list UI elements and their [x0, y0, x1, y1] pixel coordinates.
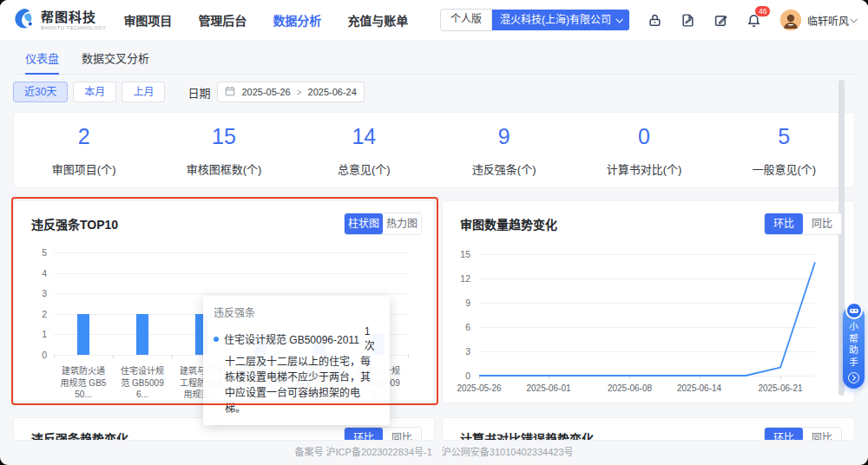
nav-item-review-projects[interactable]: 审图项目 — [123, 11, 172, 29]
tooltip-item-desc: 十二层及十二层以上的住宅，每栋楼设置电梯不应少于两台，其中应设置一台可容纳担架的… — [225, 354, 378, 416]
robot-icon — [845, 302, 863, 319]
logo-name: 帮图科技 — [41, 10, 106, 23]
toggle-mom[interactable]: 环比 — [765, 428, 803, 441]
main-nav: 审图项目 管理后台 数据分析 充值与账单 — [123, 11, 408, 29]
bar-chart-title: 违反强条TOP10 — [31, 215, 118, 232]
x-axis-label: 住宅设计规范 GB50096... — [117, 365, 168, 401]
filter-this-month[interactable]: 本月 — [73, 82, 116, 102]
lock-icon[interactable] — [648, 13, 662, 28]
stat-total-opinions: 14 总意见(个) — [294, 124, 434, 177]
x-axis-tick — [113, 355, 114, 358]
calendar-icon — [225, 86, 235, 98]
filter-bar: 近30天 本月 上月 日期 2025-05-26 > 2025-06-24 — [13, 82, 855, 102]
bar-chart-toggle-group: 柱状图 热力图 — [344, 213, 422, 235]
stat-calc-compare: 0 计算书对比(个) — [574, 124, 713, 177]
avatar[interactable] — [780, 10, 801, 30]
notification-badge: 46 — [754, 5, 771, 18]
charts-row: 违反强条TOP10 柱状图 热力图 012345建筑防火通用规范 GB550..… — [13, 200, 855, 403]
toggle-yoy[interactable]: 同比 — [803, 428, 841, 441]
file-edit-icon[interactable] — [681, 13, 695, 28]
user-name[interactable]: 临轩听风 — [807, 13, 849, 28]
app-window: 帮图科技 BANGTU TECHNOLOGY 审图项目 管理后台 数据分析 充值… — [0, 0, 868, 465]
stat-review-projects: 2 审图项目(个) — [14, 124, 154, 177]
y-axis-label: 2 — [24, 309, 47, 319]
nav-item-data-analysis[interactable]: 数据分析 — [273, 11, 321, 29]
tooltip-title: 违反强条 — [214, 305, 379, 319]
x-axis-tick — [54, 355, 55, 358]
date-range-input[interactable]: 2025-05-26 > 2025-06-24 — [217, 82, 364, 102]
date-separator: > — [297, 88, 302, 97]
gridline — [54, 252, 408, 253]
line-chart-toggle-group: 环比 同比 — [764, 213, 842, 235]
gridline — [54, 273, 408, 274]
top-navbar: 帮图科技 BANGTU TECHNOLOGY 审图项目 管理后台 数据分析 充值… — [0, 0, 868, 40]
bar-chart-card: 违反强条TOP10 柱状图 热力图 012345建筑防火通用规范 GB550..… — [13, 200, 435, 403]
nav-item-billing[interactable]: 充值与账单 — [347, 11, 408, 29]
line-chart-card: 审图数量趋势变化 环比 同比 036912152025-05-262025-06… — [442, 200, 855, 403]
y-axis-label: 5 — [24, 247, 47, 258]
calc-error-toggle-group: 环比 同比 — [764, 427, 842, 441]
assistant-label: 小帮助手 — [847, 322, 860, 369]
chevron-down-icon — [615, 16, 622, 23]
series-dot-icon — [214, 337, 219, 342]
x-axis-label: 建筑防火通用规范 GB550... — [58, 365, 108, 401]
stat-general-opinions: 5 一般意见(个) — [714, 124, 854, 177]
stat-violations: 9 违反强条(个) — [434, 124, 574, 177]
y-axis-label: 3 — [24, 288, 47, 298]
toggle-mom[interactable]: 环比 — [345, 428, 383, 441]
topbar-right: 个人版 混火科技(上海)有限公司 46 — [440, 9, 856, 31]
logo[interactable]: 帮图科技 BANGTU TECHNOLOGY — [12, 7, 106, 33]
tab-cross-analysis[interactable]: 数据交叉分析 — [82, 49, 149, 74]
toggle-yoy[interactable]: 同比 — [803, 213, 841, 234]
bar[interactable] — [77, 314, 89, 355]
toggle-bar-chart[interactable]: 柱状图 — [345, 213, 383, 234]
filter-last-30-days[interactable]: 近30天 — [13, 82, 68, 102]
chevron-down-icon[interactable] — [850, 16, 857, 23]
toggle-yoy[interactable]: 同比 — [383, 428, 421, 441]
bell-icon[interactable]: 46 — [746, 13, 761, 28]
chevron-right-icon[interactable] — [848, 372, 859, 383]
bar[interactable] — [136, 314, 148, 355]
date-end: 2025-06-24 — [308, 87, 357, 97]
toggle-mom[interactable]: 环比 — [765, 213, 803, 234]
violation-trend-title: 违反强条趋势变化 — [31, 429, 128, 441]
gridline — [54, 293, 408, 294]
y-axis-label: 0 — [24, 350, 47, 360]
logo-subtitle: BANGTU TECHNOLOGY — [41, 25, 106, 30]
date-start: 2025-05-26 — [241, 87, 290, 97]
chart-tooltip: 违反强条 住宅设计规范 GB50096-2011 1次 十二层及十二层以上的住宅… — [203, 296, 390, 425]
toggle-heatmap[interactable]: 热力图 — [383, 213, 421, 234]
stat-reviewed-frames: 15 审核图框数(个) — [154, 124, 293, 177]
bottom-row: 违反强条趋势变化 环比 同比 计算书对比错误趋势变化 环比 同比 — [13, 417, 855, 441]
tooltip-item-count: 1次 — [365, 325, 379, 352]
tab-dashboard[interactable]: 仪表盘 — [25, 49, 59, 74]
x-axis-tick — [172, 355, 173, 358]
plan-badge[interactable]: 个人版 — [440, 9, 492, 31]
line-chart-title: 审图数量趋势变化 — [460, 215, 557, 232]
nav-item-admin[interactable]: 管理后台 — [198, 11, 247, 29]
x-axis-tick — [408, 355, 409, 358]
y-axis-label: 4 — [24, 268, 47, 278]
org-selector[interactable]: 混火科技(上海)有限公司 — [492, 10, 629, 30]
edit-square-icon[interactable] — [713, 13, 728, 28]
tooltip-item-name: 住宅设计规范 GB50096-2011 — [224, 331, 359, 346]
icp-footer: 备案号 沪ICP备2023022834号-1 沪公网安备310104023344… — [0, 444, 868, 458]
calc-error-trend-card: 计算书对比错误趋势变化 环比 同比 — [442, 417, 855, 441]
violation-trend-toggle-group: 环比 同比 — [344, 427, 422, 441]
filter-last-month[interactable]: 上月 — [122, 82, 165, 102]
assistant-widget[interactable]: 小帮助手 — [843, 305, 865, 389]
y-axis-label: 1 — [24, 329, 47, 339]
date-label: 日期 — [187, 84, 210, 101]
logo-icon — [12, 7, 35, 33]
stats-summary-card: 2 审图项目(个) 15 审核图框数(个) 14 总意见(个) 9 违反强条(个… — [13, 112, 855, 188]
calc-error-trend-title: 计算书对比错误趋势变化 — [460, 429, 594, 441]
tab-bar: 仪表盘 数据交叉分析 — [13, 40, 855, 75]
